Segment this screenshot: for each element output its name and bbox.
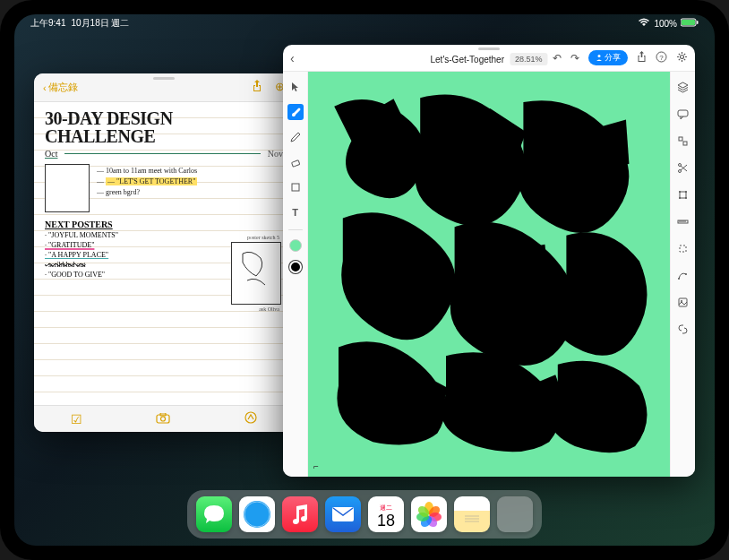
svg-rect-30 bbox=[679, 298, 687, 306]
svg-rect-1 bbox=[682, 20, 695, 25]
sketch-thumbnail-1 bbox=[45, 164, 90, 212]
checklist-icon[interactable]: ☑ bbox=[71, 412, 82, 426]
svg-point-21 bbox=[679, 197, 681, 199]
export-icon[interactable] bbox=[637, 51, 647, 65]
battery-icon bbox=[681, 18, 699, 29]
draw-body: T bbox=[283, 72, 695, 477]
zoom-level[interactable]: 28.51% bbox=[510, 53, 548, 65]
bullet-list: — 10am to 11am meet with Carlos — — "LET… bbox=[97, 164, 283, 212]
comment-icon[interactable] bbox=[675, 106, 691, 122]
gear-icon[interactable] bbox=[676, 51, 688, 65]
markup-icon[interactable] bbox=[244, 411, 257, 426]
pencil-tool-icon[interactable] bbox=[287, 129, 304, 145]
text-tool-icon[interactable]: T bbox=[287, 204, 304, 220]
notes-back-button[interactable]: ‹ 備忘錄 bbox=[43, 81, 78, 94]
status-bar: 上午9:41 10月18日 週二 100% bbox=[14, 14, 715, 32]
svg-rect-11 bbox=[291, 160, 299, 167]
resize-handle-icon[interactable]: ⌐ bbox=[313, 461, 319, 471]
wifi-icon bbox=[638, 18, 650, 29]
dock-app-library-icon[interactable] bbox=[497, 496, 533, 532]
document-title[interactable]: Let's-Get-Together bbox=[430, 55, 504, 65]
camera-icon[interactable] bbox=[156, 412, 170, 426]
pen-path-icon[interactable] bbox=[675, 267, 691, 283]
color-swatch-black[interactable] bbox=[289, 261, 302, 273]
svg-point-20 bbox=[685, 191, 687, 193]
share-label: 分享 bbox=[605, 52, 621, 64]
section-header: NEXT POSTERS bbox=[45, 220, 283, 229]
svg-point-28 bbox=[678, 278, 680, 280]
cursor-tool-icon[interactable] bbox=[287, 79, 304, 95]
outline-icon[interactable] bbox=[675, 240, 691, 256]
layers-icon[interactable] bbox=[675, 79, 691, 95]
dock: 週二 18 bbox=[187, 490, 542, 538]
reference-icon[interactable] bbox=[675, 294, 691, 310]
window-grab-handle[interactable] bbox=[153, 77, 175, 80]
draw-titlebar: ‹ Let's-Get-Together 28.51% ↶ ↷ 分享 bbox=[283, 45, 695, 72]
svg-rect-2 bbox=[697, 21, 699, 24]
calendar-day: 18 bbox=[377, 513, 395, 529]
dock-messages-icon[interactable] bbox=[196, 496, 232, 532]
date-start: Oct bbox=[45, 149, 57, 159]
transform-icon[interactable] bbox=[675, 186, 691, 202]
sketch-thumbnail-2 bbox=[231, 242, 281, 305]
dock-notes-icon[interactable] bbox=[454, 496, 490, 532]
chevron-left-icon: ‹ bbox=[43, 82, 47, 93]
svg-point-19 bbox=[679, 191, 681, 193]
author-label: ask Oliva bbox=[259, 306, 279, 312]
note-title: 30-DAY DESIGN CHALLENGE bbox=[45, 109, 283, 145]
shape-tool-icon[interactable] bbox=[287, 179, 304, 195]
svg-point-4 bbox=[161, 417, 166, 421]
svg-point-7 bbox=[598, 55, 601, 57]
bullet-3: — green bgrd? bbox=[97, 188, 283, 196]
color-swatch-green[interactable] bbox=[289, 239, 302, 252]
date-end: Nov bbox=[268, 149, 283, 159]
svg-point-6 bbox=[245, 412, 256, 423]
undo-icon[interactable]: ↶ bbox=[553, 52, 562, 65]
brush-tool-icon[interactable] bbox=[287, 104, 304, 120]
svg-rect-15 bbox=[683, 142, 687, 145]
svg-point-32 bbox=[244, 501, 270, 528]
artwork bbox=[317, 81, 661, 459]
right-toolbar bbox=[670, 72, 695, 477]
svg-point-22 bbox=[685, 197, 687, 199]
eraser-tool-icon[interactable] bbox=[287, 154, 304, 170]
notes-back-label: 備忘錄 bbox=[48, 81, 78, 94]
person-icon bbox=[596, 54, 603, 63]
help-icon[interactable]: ? bbox=[656, 51, 667, 65]
dock-photos-icon[interactable] bbox=[411, 496, 447, 532]
adjust-icon[interactable] bbox=[675, 133, 691, 149]
svg-text:?: ? bbox=[659, 53, 664, 61]
sketch-label: poster sketch 5 bbox=[247, 235, 279, 240]
dock-mail-icon[interactable] bbox=[325, 496, 361, 532]
ruler-icon[interactable] bbox=[675, 213, 691, 229]
redo-icon[interactable]: ↷ bbox=[570, 52, 579, 65]
dock-safari-icon[interactable] bbox=[239, 496, 275, 532]
note-dates: Oct Nov bbox=[45, 149, 283, 159]
drawing-app-window[interactable]: ‹ Let's-Get-Together 28.51% ↶ ↷ 分享 bbox=[283, 45, 695, 477]
notes-content[interactable]: 30-DAY DESIGN CHALLENGE Oct Nov — 10am t… bbox=[34, 102, 294, 405]
dock-calendar-icon[interactable]: 週二 18 bbox=[368, 496, 404, 532]
share-icon[interactable] bbox=[252, 80, 262, 95]
status-time: 上午9:41 bbox=[30, 17, 65, 30]
battery-percent: 100% bbox=[654, 19, 677, 29]
svg-rect-12 bbox=[292, 184, 299, 191]
bullet-1: — 10am to 11am meet with Carlos bbox=[97, 167, 283, 175]
dock-music-icon[interactable] bbox=[282, 496, 318, 532]
left-toolbar: T bbox=[283, 72, 308, 477]
tool-divider bbox=[288, 229, 303, 230]
svg-point-29 bbox=[685, 273, 687, 275]
notes-bottom-toolbar: ☑ bbox=[34, 405, 294, 432]
svg-rect-14 bbox=[679, 137, 682, 141]
bullet-2: — — "LET'S GET TOGETHER" bbox=[97, 177, 283, 185]
link-icon[interactable] bbox=[675, 321, 691, 337]
status-date: 10月18日 週二 bbox=[71, 17, 129, 30]
svg-rect-18 bbox=[680, 192, 686, 198]
screen: 上午9:41 10月18日 週二 100% ‹ 備忘錄 bbox=[14, 14, 715, 546]
svg-point-10 bbox=[681, 55, 684, 58]
ipad-frame: 上午9:41 10月18日 週二 100% ‹ 備忘錄 bbox=[0, 0, 729, 560]
share-button[interactable]: 分享 bbox=[588, 50, 628, 65]
canvas[interactable]: ⌐ bbox=[308, 72, 670, 477]
scissors-icon[interactable] bbox=[675, 159, 691, 176]
back-button[interactable]: ‹ bbox=[290, 51, 295, 65]
notes-window[interactable]: ‹ 備忘錄 ⊕ 30-DAY DESIGN CHALLENGE Oct Nov bbox=[34, 73, 294, 432]
